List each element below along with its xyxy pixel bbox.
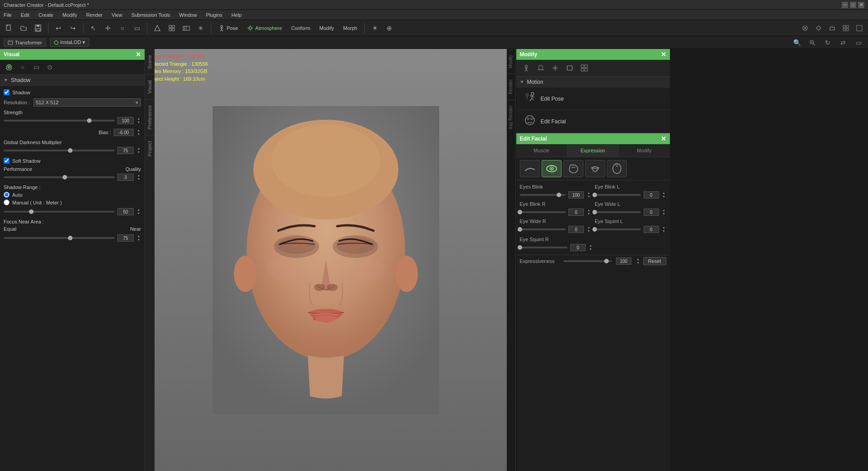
menu-create[interactable]: Create xyxy=(37,11,55,19)
bias-down-arrow[interactable]: ▼ xyxy=(136,132,141,136)
ebl-down[interactable]: ▼ xyxy=(662,195,666,199)
fn-down-arrow[interactable]: ▼ xyxy=(136,238,141,242)
conform-button[interactable]: Conform xyxy=(287,24,314,32)
grid-tool[interactable] xyxy=(165,22,178,34)
modify-icon-1[interactable] xyxy=(520,62,533,74)
visual-close-button[interactable]: ✕ xyxy=(136,51,141,58)
visual-tab-4[interactable]: ⊙ xyxy=(44,62,55,73)
facial-btn-mouth[interactable] xyxy=(585,160,605,177)
atmosphere-button[interactable]: Atmosphere xyxy=(243,24,286,32)
perf-down-arrow[interactable]: ▼ xyxy=(136,177,141,181)
particles-tool[interactable]: ✳ xyxy=(194,22,207,34)
eye-blink-r-slider[interactable] xyxy=(520,211,566,213)
minimize-button[interactable]: ─ xyxy=(842,2,848,8)
eb-down[interactable]: ▼ xyxy=(587,195,591,199)
modify-icon-3[interactable] xyxy=(549,62,562,74)
global-darkness-value[interactable] xyxy=(117,147,134,154)
facial-tab-expression[interactable]: Expression xyxy=(567,144,619,157)
focus-near-slider[interactable] xyxy=(4,237,115,239)
ewl-down[interactable]: ▼ xyxy=(662,212,666,216)
shadow-range-slider[interactable] xyxy=(4,211,115,213)
eb-up[interactable]: ▲ xyxy=(587,191,591,195)
secondary-swap-btn[interactable]: ⇄ xyxy=(837,37,849,49)
maximize-button[interactable]: □ xyxy=(850,2,856,8)
sun-light-button[interactable]: ☀ xyxy=(369,22,381,34)
edit-facial-close-button[interactable]: ✕ xyxy=(661,135,666,142)
edit-facial-motion-item[interactable]: Edit Facial xyxy=(516,110,670,133)
reset-button[interactable]: Reset xyxy=(643,257,666,265)
modify-close-button[interactable]: ✕ xyxy=(661,51,666,58)
esr-down[interactable]: ▼ xyxy=(588,248,593,251)
performance-slider[interactable] xyxy=(4,176,115,178)
menu-modify[interactable]: Modify xyxy=(61,11,79,19)
menu-window[interactable]: Window xyxy=(177,11,199,19)
expressiveness-value[interactable] xyxy=(616,257,631,265)
menu-plugins[interactable]: Plugins xyxy=(204,11,224,19)
bias-up-arrow[interactable]: ▲ xyxy=(136,129,141,132)
strength-down-arrow[interactable]: ▼ xyxy=(136,121,141,124)
facial-btn-face[interactable] xyxy=(607,160,627,177)
gd-down-arrow[interactable]: ▼ xyxy=(136,151,141,154)
ebl-up[interactable]: ▲ xyxy=(662,191,666,195)
eyes-blink-value[interactable] xyxy=(568,191,584,199)
eye-wide-l-value[interactable] xyxy=(644,209,659,216)
ebr-up[interactable]: ▲ xyxy=(587,209,591,212)
eye-wide-r-slider[interactable] xyxy=(520,228,566,230)
snap-tool[interactable] xyxy=(151,22,164,34)
esl-down[interactable]: ▼ xyxy=(662,229,666,233)
secondary-refresh-btn[interactable]: ↻ xyxy=(822,37,834,49)
focus-near-value[interactable] xyxy=(117,234,134,242)
view-btn-1[interactable] xyxy=(799,22,811,34)
view-btn-4[interactable] xyxy=(840,22,852,34)
rotate-tool[interactable]: ○ xyxy=(116,22,129,34)
facial-btn-cheek[interactable] xyxy=(563,160,583,177)
save-button[interactable] xyxy=(32,22,44,34)
instalod-button[interactable]: InstaLOD ▾ xyxy=(50,38,90,47)
move-tool[interactable]: ✛ xyxy=(102,22,114,34)
view-btn-2[interactable] xyxy=(813,22,824,34)
expressiveness-slider[interactable] xyxy=(563,260,611,262)
view-btn-5[interactable] xyxy=(853,22,865,34)
sr-down-arrow[interactable]: ▼ xyxy=(136,212,141,215)
close-button[interactable]: ✕ xyxy=(858,2,864,8)
strength-up-arrow[interactable]: ▲ xyxy=(136,117,141,121)
viewport[interactable]: Project Triangle : 130556 Selected Trian… xyxy=(145,49,507,471)
side-tab-project[interactable]: Project xyxy=(145,135,155,162)
strength-slider[interactable] xyxy=(4,120,115,121)
eye-squint-l-value[interactable] xyxy=(644,226,659,233)
perf-up-arrow[interactable]: ▲ xyxy=(136,174,141,177)
menu-edit[interactable]: Edit xyxy=(19,11,31,19)
menu-view[interactable]: View xyxy=(110,11,124,19)
vert-tab-render[interactable]: Render xyxy=(507,73,515,100)
morph-button[interactable]: Morph xyxy=(339,24,361,32)
pose-button[interactable]: Pose xyxy=(215,24,242,32)
visual-tab-2[interactable]: ○ xyxy=(17,62,28,73)
menu-render[interactable]: Render xyxy=(84,11,104,19)
visual-tab-settings[interactable] xyxy=(4,62,15,73)
eye-squint-r-value[interactable] xyxy=(570,244,586,251)
undo-button[interactable]: ↩ xyxy=(52,22,65,34)
ewr-down[interactable]: ▼ xyxy=(587,229,591,233)
modify-icon-5[interactable] xyxy=(578,62,591,74)
bias-value[interactable] xyxy=(114,129,134,136)
vert-tab-modify[interactable]: Modify xyxy=(507,49,515,73)
global-darkness-slider[interactable] xyxy=(4,150,115,151)
eye-blink-l-value[interactable] xyxy=(644,191,659,199)
modify-icon-4[interactable] xyxy=(563,62,576,74)
menu-file[interactable]: File xyxy=(2,11,14,19)
scale-tool[interactable]: ▭ xyxy=(131,22,143,34)
eye-wide-r-value[interactable] xyxy=(568,226,584,233)
side-tab-visual[interactable]: Visual xyxy=(145,74,155,99)
secondary-layout-btn[interactable]: ▭ xyxy=(853,37,864,49)
resolution-dropdown[interactable]: 512 X 512 256 X 256 1024 X 1024 2048 X 2… xyxy=(34,98,141,107)
eye-squint-l-slider[interactable] xyxy=(595,228,641,230)
expr-down[interactable]: ▼ xyxy=(636,261,640,265)
ewl-up[interactable]: ▲ xyxy=(662,209,666,212)
esr-up[interactable]: ▲ xyxy=(588,244,593,248)
open-button[interactable] xyxy=(17,22,30,34)
secondary-zoom-btn[interactable]: 🔍 xyxy=(791,37,803,49)
modify-toolbar-button[interactable]: Modify xyxy=(316,24,338,32)
shadow-range-auto-radio[interactable] xyxy=(4,192,10,198)
secondary-zoom2-btn[interactable] xyxy=(806,37,818,49)
ewr-up[interactable]: ▲ xyxy=(587,226,591,229)
